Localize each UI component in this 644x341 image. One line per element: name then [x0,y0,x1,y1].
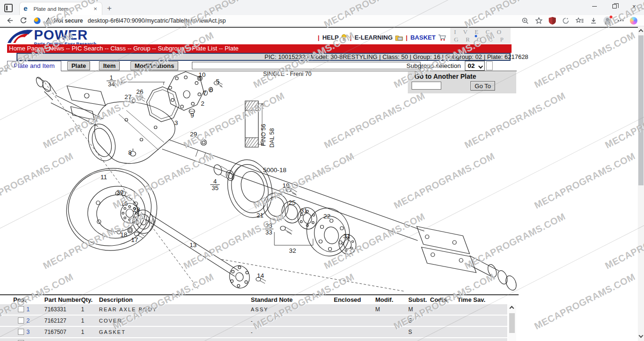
pos-number[interactable]: 3 [26,329,30,335]
breadcrumb-link[interactable]: Group [133,45,150,52]
browser-tab[interactable]: e Plate and Item × [19,2,102,15]
menu-dots-icon[interactable] [618,20,624,21]
exploded-diagram: SINGLE - Freni 70 1056729262732981130162… [0,71,519,294]
table-row: 371675071GASKET-S [0,327,507,337]
zoom-icon[interactable] [521,17,529,25]
elearning-folder-icon [395,34,403,41]
cell-subst: S [408,317,430,324]
cell-subst: M [408,306,430,313]
new-tab-button[interactable]: + [107,4,112,13]
tab-title: Plate and Item [33,6,91,12]
page-scrollbar[interactable] [638,27,644,341]
breadcrumb-link[interactable]: PIC Search [72,45,103,52]
downloads-icon[interactable] [590,17,597,25]
diagram-label: 27 [124,93,132,100]
catalog-tab-row: Plate and Item Plate Item Modifications … [0,61,517,71]
column-header: Enclosed [334,296,372,303]
diagram-label: 6 [209,86,213,93]
row-checkbox[interactable] [18,329,24,335]
diagram-label: 17 [131,236,138,243]
cell-desc: COVER [99,318,251,324]
cell-pos: 2 [13,317,44,324]
item-button[interactable]: Item [99,61,120,70]
diagram-label: 16 [121,200,128,207]
diagram-vertical-label: DAL 58 [269,128,275,148]
back-icon[interactable] [6,17,14,25]
power-logo: POWER Parts On Web Easy Research [7,28,96,46]
column-header: Modif. [372,296,408,303]
diagram-label: 9 [190,112,194,119]
diagram-label: 28 [133,206,140,213]
diagram-label: 32 [289,247,296,254]
column-header: Time Sav. [457,296,495,303]
scrollbar-up-icon[interactable] [639,29,644,34]
cell-desc: REAR AXLE BODY [99,307,251,312]
cell-modif: M [372,306,408,313]
not-secure-warning[interactable]: Not secure [45,17,83,24]
favorite-star-icon[interactable] [535,17,543,25]
column-header: Qty. [81,296,99,303]
pos-number[interactable]: 2 [26,317,30,324]
help-bulb-icon [341,34,347,41]
site-favicon-icon [34,17,41,24]
scroll-up-icon[interactable] [510,306,514,311]
basket-cart-icon [438,34,446,41]
edge-favicon-icon: e [24,5,31,12]
diagram-label: 7 [203,90,206,97]
scrollbar-down-icon[interactable] [639,333,644,338]
site-header: POWER Parts On Web Easy Research | HELP … [0,28,519,44]
diagram-label: 21 [256,212,264,219]
copilot-icon[interactable] [630,17,637,25]
row-checkbox[interactable] [18,317,24,324]
modifications-button[interactable]: Modifications [131,61,178,70]
column-header: Standard Note [251,296,334,303]
favorites-bar-icon[interactable] [576,17,584,25]
iveco-group-logo: I V E C O G R O U P [450,28,511,44]
breadcrumb-link[interactable]: Plate [224,45,239,52]
table-scrollbar[interactable] [508,305,516,341]
extension-icon[interactable] [562,17,570,25]
elearning-link[interactable]: E-LEARNING [355,34,393,41]
diagram-label: 2 [201,100,205,107]
tab-close-icon[interactable]: × [91,5,99,12]
breadcrumb-link[interactable]: Home Page [9,45,41,52]
cell-pos: 1 [13,306,44,313]
breadcrumb-link[interactable]: Subgroup [158,45,184,52]
minimize-button[interactable] [585,0,604,12]
pos-number[interactable]: 1 [26,306,30,313]
cell-part: 7167507 [44,329,81,335]
empty-field [192,62,421,69]
subgroup-select[interactable]: 02 [465,61,485,71]
breadcrumb-link[interactable]: News [49,45,65,52]
diagram-label: 3 [174,119,178,126]
diagram-label: 11 [100,174,107,181]
table-scroll-thumb[interactable] [509,313,515,333]
basket-link[interactable]: BASKET [410,34,435,41]
address-bar: Not secure desktop-6r6l470:9090/mycatric… [0,15,644,26]
diagram-label: 31 [300,207,307,214]
window-controls: × [585,0,644,12]
row-checkbox[interactable] [18,306,24,312]
profile-avatar[interactable] [603,17,611,25]
diagram-fraction-label: 435 [210,178,220,191]
cell-qty: 1 [81,306,99,313]
cell-desc: GASKET [99,329,251,335]
breadcrumb-link[interactable]: Class [110,45,126,52]
restore-button[interactable] [604,0,624,12]
cell-qty: 1 [81,329,99,335]
scrollbar-thumb[interactable] [638,35,644,185]
subgroup-extra-box[interactable] [486,61,493,70]
cell-part: 7163331 [44,306,81,313]
refresh-icon[interactable] [19,17,27,25]
cell-subst: S [408,329,430,335]
adblock-shield-icon[interactable] [549,17,556,25]
plate-info-bar: PIC: 10015232 | Model: 30-8RESTYLING | C… [17,53,511,61]
close-button[interactable]: × [624,0,644,12]
tab-plate-and-item[interactable]: Plate and Item [7,61,61,71]
help-link[interactable]: HELP [322,34,339,41]
plate-button[interactable]: Plate [67,61,90,70]
tab-list-icon[interactable] [4,4,13,12]
diagram-label: 31 [343,233,350,240]
url-text[interactable]: desktop-6r6l470:9090/mycatric/TableItemV… [88,17,226,24]
breadcrumb-link[interactable]: Plate List [192,45,217,52]
